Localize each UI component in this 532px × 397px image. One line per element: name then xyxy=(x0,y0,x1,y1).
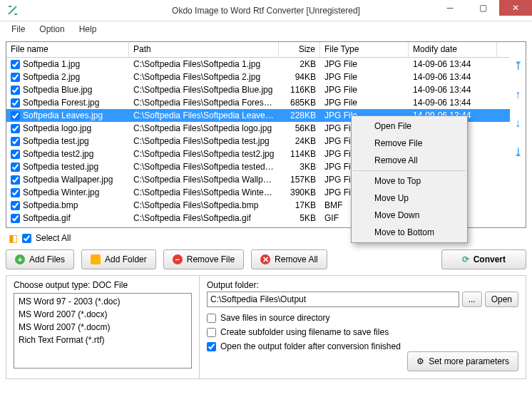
remove-file-button[interactable]: −Remove File xyxy=(163,249,244,269)
cell-date: 14-09-06 13:44 xyxy=(409,58,497,70)
save-in-source-label: Save files in source directory xyxy=(220,313,329,323)
cell-size: 2KB xyxy=(279,58,320,70)
output-folder-input[interactable] xyxy=(207,292,459,307)
context-menu: Open FileRemove FileRemove All Move to T… xyxy=(351,115,468,243)
cell-path: C:\Softpedia Files\Softpedia Leaves.j... xyxy=(129,110,279,121)
col-filetype[interactable]: File Type xyxy=(320,42,409,57)
selectall-handle-icon: ◧ xyxy=(9,232,18,244)
add-files-button[interactable]: +Add Files xyxy=(6,249,74,269)
move-up-icon[interactable]: ↑ xyxy=(515,88,521,101)
create-subfolder-checkbox[interactable] xyxy=(207,328,216,337)
move-top-icon[interactable]: ⤒ xyxy=(513,59,523,73)
row-checkbox[interactable] xyxy=(11,188,20,197)
context-menu-item[interactable]: Move Up xyxy=(353,190,466,207)
reorder-arrows: ⤒ ↑ ↓ ⤓ xyxy=(510,42,526,227)
cell-filename: Softpedia Forest.jpg xyxy=(23,98,99,108)
gear-icon: ⚙ xyxy=(416,356,424,366)
cell-type: JPG File xyxy=(320,71,409,83)
open-after-checkbox[interactable] xyxy=(207,342,216,351)
cell-path: C:\Softpedia Files\Softpedia Winter.jpg xyxy=(129,187,279,198)
open-folder-button[interactable]: Open xyxy=(485,292,518,307)
row-checkbox[interactable] xyxy=(11,98,20,108)
output-type-listbox[interactable]: MS Word 97 - 2003 (*.doc)MS Word 2007 (*… xyxy=(14,293,192,368)
folder-icon xyxy=(91,254,101,264)
minimize-button[interactable]: ─ xyxy=(434,0,466,16)
row-checkbox[interactable] xyxy=(11,163,20,172)
titlebar[interactable]: Okdo Image to Word Rtf Converter [Unregi… xyxy=(0,0,532,21)
convert-button[interactable]: ⟳Convert xyxy=(441,249,526,269)
table-row[interactable]: Softpedia Forest.jpgC:\Softpedia Files\S… xyxy=(6,96,510,109)
cell-date: 14-09-06 13:44 xyxy=(409,71,497,83)
cell-type: JPG File xyxy=(320,97,409,108)
context-menu-item[interactable]: Move to Top xyxy=(353,172,466,190)
menu-option[interactable]: Option xyxy=(34,23,70,36)
cell-filename: Softpedia Blue.jpg xyxy=(23,85,92,95)
cell-date: 14-09-06 13:44 xyxy=(409,84,497,96)
app-icon xyxy=(6,4,20,18)
table-row[interactable]: Softpedia 2.jpgC:\Softpedia Files\Softpe… xyxy=(6,71,510,83)
col-filename[interactable]: File name xyxy=(6,42,129,57)
close-button[interactable]: ✕ xyxy=(499,0,532,16)
cell-path: C:\Softpedia Files\Softpedia 2.jpg xyxy=(129,71,279,83)
cell-filename: Softpedia 1.jpg xyxy=(23,59,80,69)
context-menu-item[interactable]: Move Down xyxy=(353,207,466,224)
cell-path: C:\Softpedia Files\Softpedia.gif xyxy=(129,212,279,224)
row-checkbox[interactable] xyxy=(11,150,20,159)
add-folder-button[interactable]: Add Folder xyxy=(81,249,156,269)
list-item[interactable]: MS Word 2007 (*.docm) xyxy=(16,321,190,334)
col-size[interactable]: Size xyxy=(279,42,320,57)
row-checkbox[interactable] xyxy=(11,86,20,95)
table-header: File name Path Size File Type Modify dat… xyxy=(6,42,510,58)
open-after-label: Open the output folder after conversion … xyxy=(220,341,401,351)
output-folder-label: Output folder: xyxy=(207,280,518,290)
cell-filename: Softpedia 2.jpg xyxy=(23,72,80,82)
select-all-label: Select All xyxy=(36,233,71,243)
browse-button[interactable]: ... xyxy=(462,292,482,307)
table-row[interactable]: Softpedia Blue.jpgC:\Softpedia Files\Sof… xyxy=(6,83,510,96)
context-menu-item[interactable]: Open File xyxy=(353,118,466,135)
cell-path: C:\Softpedia Files\Softpedia 1.jpg xyxy=(129,58,279,70)
cell-filename: Softpedia logo.jpg xyxy=(23,123,91,133)
list-item[interactable]: MS Word 2007 (*.docx) xyxy=(16,308,190,321)
table-row[interactable]: Softpedia 1.jpgC:\Softpedia Files\Softpe… xyxy=(6,58,510,71)
menu-help[interactable]: Help xyxy=(73,23,103,36)
cell-size: 3KB xyxy=(279,161,320,172)
cell-filename: Softpedia Winter.jpg xyxy=(23,187,99,197)
cell-size: 17KB xyxy=(279,200,320,211)
x-icon: ✕ xyxy=(260,254,270,264)
move-bottom-icon[interactable]: ⤓ xyxy=(513,145,523,159)
remove-all-button[interactable]: ✕Remove All xyxy=(251,249,327,269)
row-checkbox[interactable] xyxy=(11,214,20,223)
cell-size: 24KB xyxy=(279,135,320,147)
select-all-checkbox[interactable] xyxy=(22,234,31,243)
cell-date: 14-09-06 13:44 xyxy=(409,97,497,108)
row-checkbox[interactable] xyxy=(11,60,20,69)
row-checkbox[interactable] xyxy=(11,137,20,146)
col-path[interactable]: Path xyxy=(129,42,279,57)
context-menu-item[interactable]: Move to Bottom xyxy=(353,224,466,241)
cell-size: 5KB xyxy=(279,212,320,224)
cell-type: JPG File xyxy=(320,58,409,70)
menubar: File Option Help xyxy=(0,21,532,37)
row-checkbox[interactable] xyxy=(11,73,20,82)
cell-size: 685KB xyxy=(279,97,320,108)
list-item[interactable]: MS Word 97 - 2003 (*.doc) xyxy=(16,295,190,308)
move-down-icon[interactable]: ↓ xyxy=(515,117,521,130)
cell-path: C:\Softpedia Files\Softpedia test.jpg xyxy=(129,135,279,147)
cell-size: 94KB xyxy=(279,71,320,83)
cell-path: C:\Softpedia Files\Softpedia test2.jpg xyxy=(129,148,279,160)
list-item[interactable]: Rich Text Format (*.rtf) xyxy=(16,334,190,346)
set-more-parameters-button[interactable]: ⚙ Set more parameters xyxy=(407,351,518,371)
cell-size: 56KB xyxy=(279,123,320,134)
row-checkbox[interactable] xyxy=(11,201,20,210)
menu-file[interactable]: File xyxy=(6,23,31,36)
context-menu-item[interactable]: Remove File xyxy=(353,135,466,152)
col-modifydate[interactable]: Modify date xyxy=(409,42,497,57)
cell-size: 390KB xyxy=(279,187,320,198)
maximize-button[interactable]: ▢ xyxy=(466,0,499,16)
row-checkbox[interactable] xyxy=(11,124,20,133)
row-checkbox[interactable] xyxy=(11,175,20,185)
save-in-source-checkbox[interactable] xyxy=(207,314,216,323)
row-checkbox[interactable] xyxy=(11,111,20,120)
context-menu-item[interactable]: Remove All xyxy=(353,152,466,169)
